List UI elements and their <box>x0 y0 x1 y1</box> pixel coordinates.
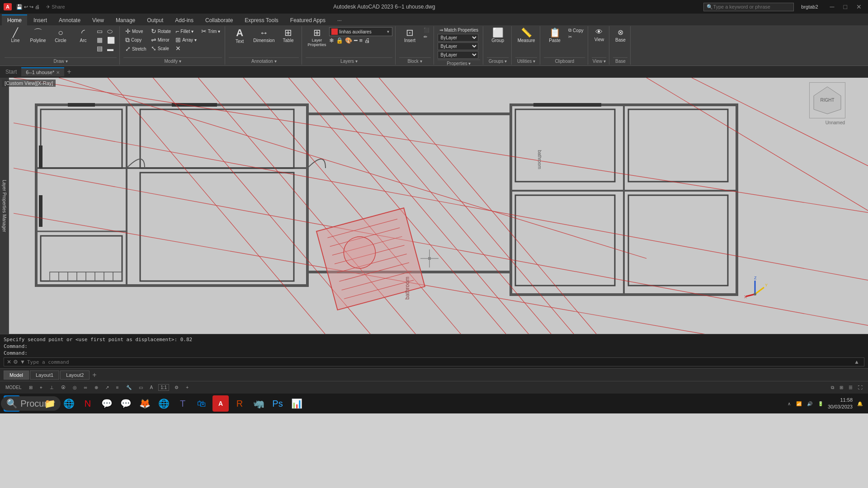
tray-network[interactable]: 📶 <box>794 400 803 407</box>
cmd-up-icon[interactable]: ▲ <box>854 359 859 365</box>
snap-btn[interactable]: ⌖ <box>38 384 44 391</box>
base-btn[interactable]: ⊗ Base <box>613 27 627 43</box>
color-icon[interactable]: 🎨 <box>345 37 352 44</box>
tab-insert[interactable]: Insert <box>28 14 52 25</box>
tray-chevron[interactable]: ∧ <box>786 400 793 407</box>
isolate-btn[interactable]: ⧉ <box>829 384 836 391</box>
circle-btn[interactable]: ○ Circle <box>50 27 71 44</box>
tab-express[interactable]: Express Tools <box>239 14 283 25</box>
dyn-btn[interactable]: ↗ <box>104 384 111 391</box>
paste-btn[interactable]: 📋 Paste <box>544 27 566 44</box>
lineweight-btn[interactable]: ≡ <box>114 384 121 391</box>
rotate-btn[interactable]: ↻Rotate <box>149 27 173 35</box>
taskbar-discord[interactable]: 💬 <box>118 395 134 412</box>
insert-btn[interactable]: ⊡ Insert <box>399 27 421 44</box>
add-scale-btn[interactable]: + <box>184 384 190 391</box>
taskbar-extra1[interactable]: 📊 <box>288 395 305 412</box>
polyline-btn[interactable]: ⌒ Polyline <box>27 27 49 44</box>
region-btn[interactable]: ⬜ <box>105 36 117 44</box>
model-tab[interactable]: Model <box>4 371 29 380</box>
taskbar-search[interactable]: 🔍 Procurar <box>23 395 39 412</box>
cad-drawing[interactable]: bathroom bathroom <box>9 78 868 334</box>
taskbar-files[interactable]: 📁 <box>42 395 58 412</box>
system-clock[interactable]: 11:58 30/03/2023 <box>828 397 853 411</box>
linetype-icon[interactable]: ━ <box>354 37 358 44</box>
taskbar-firefox[interactable]: 🦊 <box>137 395 153 412</box>
layer-properties-manager-sidebar[interactable]: Layer Properties Manager <box>0 78 9 334</box>
active-doc-tab[interactable]: 6--1 uhouse* ✕ <box>21 67 64 76</box>
doc-tab-close[interactable]: ✕ <box>56 70 60 75</box>
color-select[interactable]: ByLayer <box>438 34 478 42</box>
grid-btn[interactable]: ⊞ <box>27 384 34 391</box>
osnap-btn[interactable]: ◎ <box>71 384 79 391</box>
array-btn[interactable]: ⊞Array ▾ <box>174 36 198 44</box>
tab-output[interactable]: Output <box>142 14 169 25</box>
match-properties-btn[interactable]: ⇒ Match Properties <box>438 27 481 33</box>
cmd-settings-icon[interactable]: ⚙ <box>13 359 18 365</box>
taskbar-autocad[interactable]: A <box>212 395 229 412</box>
annotation-btn[interactable]: A <box>148 384 155 391</box>
linetype-select[interactable]: ByLayer <box>438 42 478 50</box>
copy-btn[interactable]: ⧉Copy <box>123 36 148 44</box>
tab-addins[interactable]: Add-ins <box>170 14 199 25</box>
close-btn[interactable]: ✕ <box>854 3 864 10</box>
freeze-icon[interactable]: ❄ <box>329 37 334 44</box>
cmd-dropdown-icon[interactable]: ▼ <box>20 359 25 365</box>
tray-battery[interactable]: 🔋 <box>816 400 825 407</box>
gradient-btn[interactable]: ▤ <box>95 44 104 52</box>
tab-collaborate[interactable]: Collaborate <box>200 14 238 25</box>
lineweight-icon[interactable]: ≡ <box>359 37 363 44</box>
main-viewport[interactable]: Layer Properties Manager [Custom View][X… <box>0 78 868 334</box>
measure-btn[interactable]: 📏 Measure <box>515 27 537 44</box>
layout2-tab[interactable]: Layout2 <box>60 371 90 380</box>
command-input-bar[interactable]: ✕ ⚙ ▼ ▲ <box>4 357 864 366</box>
notifications-btn[interactable]: 🔔 <box>855 400 864 407</box>
copy-clipboard-btn[interactable]: ⧉Copy <box>566 27 585 33</box>
workspace-btn[interactable]: ⚙ <box>173 384 180 391</box>
group-btn[interactable]: ⬜ Group <box>487 27 509 44</box>
wipeout-btn[interactable]: ▬ <box>105 45 117 53</box>
table-btn[interactable]: ⊞ Table <box>277 27 299 44</box>
taskbar-netflix[interactable]: N <box>80 395 96 412</box>
plot-icon[interactable]: 🖨 <box>364 37 370 44</box>
cut-btn[interactable]: ✂ <box>566 34 585 40</box>
tab-featured[interactable]: Featured Apps <box>285 14 331 25</box>
tab-view[interactable]: View <box>87 14 109 25</box>
rectangle-btn[interactable]: ▭ <box>95 27 104 35</box>
text-btn[interactable]: A Text <box>229 27 250 45</box>
ortho-btn[interactable]: ⊥ <box>48 384 56 391</box>
new-tab-btn[interactable]: + <box>65 68 73 76</box>
taskbar-whatsapp[interactable]: 💬 <box>99 395 115 412</box>
move-btn[interactable]: ✛Move <box>123 27 148 35</box>
taskbar-teams[interactable]: T <box>175 395 191 412</box>
layer-dropdown[interactable]: linhas auxiliares ▼ <box>329 27 392 36</box>
edit-block-btn[interactable]: ✏ <box>422 34 431 40</box>
taskbar-edge[interactable]: 🌐 <box>61 395 77 412</box>
dimension-btn[interactable]: ↔ Dimension <box>251 27 276 44</box>
start-tab[interactable]: Start <box>2 67 20 76</box>
lock-icon[interactable]: 🔒 <box>336 37 343 44</box>
share-btn[interactable]: ✈ Share <box>46 4 65 10</box>
view-btn[interactable]: 👁 View <box>592 27 606 43</box>
fillet-btn[interactable]: ⌐Fillet ▾ <box>174 27 198 35</box>
arc-btn[interactable]: ◜ Arc <box>72 27 94 44</box>
tab-home[interactable]: Home <box>2 14 27 25</box>
ellipse-btn[interactable]: ⬭ <box>105 27 117 36</box>
scale-btn[interactable]: ⤡Scale <box>149 44 173 52</box>
layer-properties-btn[interactable]: ⊞ LayerProperties <box>306 27 328 48</box>
viewport-btn[interactable]: ⊞ <box>838 384 845 391</box>
erase-btn[interactable]: ✕ <box>174 44 198 52</box>
restore-btn[interactable]: □ <box>841 3 850 10</box>
model-indicator[interactable]: MODEL <box>4 384 24 391</box>
create-block-btn[interactable]: ⬛ <box>422 27 431 33</box>
taskbar-revit[interactable]: R <box>231 395 248 412</box>
mirror-btn[interactable]: ⇌Mirror <box>149 36 173 44</box>
command-input[interactable] <box>27 359 854 365</box>
global-search[interactable]: 🔍 <box>703 3 794 11</box>
tab-more[interactable]: ··· <box>332 14 347 25</box>
clean-screen-btn[interactable]: ⛶ <box>856 384 864 391</box>
line-btn[interactable]: ╱ Line <box>5 27 26 44</box>
cmd-x-btn[interactable]: ✕ <box>7 359 11 365</box>
add-layout-btn[interactable]: + <box>90 371 98 379</box>
taskbar-photoshop[interactable]: Ps <box>269 395 286 412</box>
